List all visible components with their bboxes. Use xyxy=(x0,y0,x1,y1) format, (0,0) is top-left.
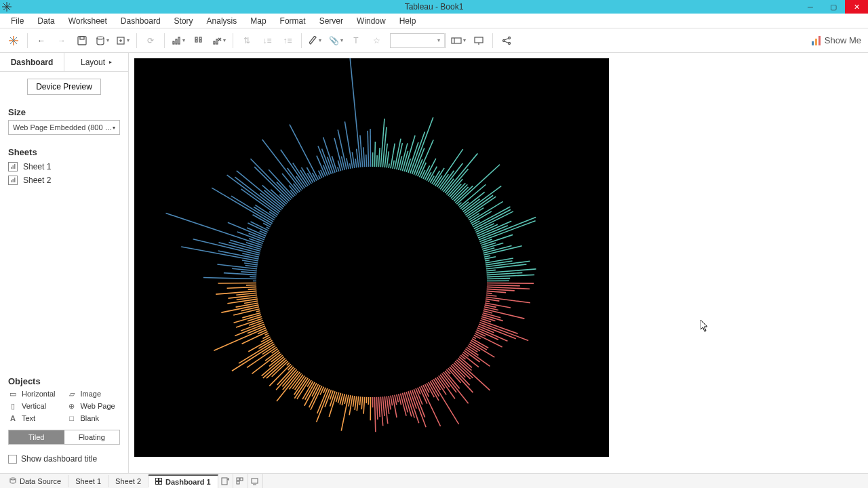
svg-line-222 xyxy=(487,287,530,289)
sort-asc-toolbar-icon[interactable]: ↑≡ xyxy=(278,31,297,50)
menu-analysis[interactable]: Analysis xyxy=(200,15,244,27)
size-heading: Size xyxy=(0,102,128,120)
menu-dashboard[interactable]: Dashboard xyxy=(114,15,167,27)
tiled-button[interactable]: Tiled xyxy=(9,430,64,444)
swap-icon[interactable] xyxy=(169,31,188,50)
size-select[interactable]: Web Page Embedded (800 …▾ xyxy=(8,120,120,135)
svg-line-365 xyxy=(467,197,496,217)
floating-button[interactable]: Floating xyxy=(64,430,120,444)
svg-line-311 xyxy=(374,142,375,167)
close-button[interactable]: ✕ xyxy=(845,0,868,14)
datasource-icon xyxy=(9,477,17,485)
svg-line-205 xyxy=(256,311,260,312)
svg-rect-403 xyxy=(156,482,159,485)
worksheet-icon xyxy=(8,162,18,171)
svg-line-103 xyxy=(319,176,321,179)
presentation-icon[interactable] xyxy=(469,31,488,50)
svg-line-128 xyxy=(368,131,368,167)
new-data-source-icon[interactable] xyxy=(93,31,112,50)
label-icon[interactable]: T xyxy=(347,31,366,50)
svg-line-71 xyxy=(231,196,273,222)
svg-line-372 xyxy=(474,209,511,228)
layout-mode-toggle: Tiled Floating xyxy=(8,430,120,445)
undo-icon[interactable]: ← xyxy=(32,31,51,50)
sheet-item-2[interactable]: Sheet 2 xyxy=(8,174,120,187)
menu-story[interactable]: Story xyxy=(167,15,200,27)
svg-line-301 xyxy=(389,396,391,409)
clear-icon[interactable] xyxy=(210,31,229,50)
svg-line-291 xyxy=(408,391,419,423)
svg-line-134 xyxy=(361,396,362,409)
save-icon[interactable] xyxy=(73,31,92,50)
new-worksheet-button[interactable] xyxy=(218,474,233,488)
svg-line-44 xyxy=(241,272,256,273)
svg-point-400 xyxy=(10,478,16,480)
svg-line-133 xyxy=(363,397,365,414)
vertical-icon: ▯ xyxy=(8,401,18,411)
menu-worksheet[interactable]: Worksheet xyxy=(62,15,114,27)
menu-map[interactable]: Map xyxy=(243,15,273,27)
svg-line-308 xyxy=(374,397,375,432)
device-preview-button[interactable]: Device Preview xyxy=(27,79,101,95)
maximize-button[interactable]: ▢ xyxy=(822,0,845,14)
svg-line-120 xyxy=(344,121,353,168)
svg-line-153 xyxy=(323,388,326,393)
svg-rect-20 xyxy=(199,40,201,42)
show-me-button[interactable]: Show Me xyxy=(812,35,861,45)
show-title-checkbox-row[interactable]: Show dashboard title xyxy=(8,451,120,466)
new-worksheet-icon[interactable] xyxy=(113,31,132,50)
minimize-button[interactable]: ─ xyxy=(799,0,822,14)
svg-rect-14 xyxy=(173,41,174,44)
svg-rect-8 xyxy=(78,37,86,45)
menu-help[interactable]: Help xyxy=(393,15,423,27)
sort-asc-icon[interactable] xyxy=(189,31,208,50)
menu-file[interactable]: File xyxy=(4,15,31,27)
object-image[interactable]: ▱Image xyxy=(67,389,121,399)
tab-dashboard1[interactable]: Dashboard 1 xyxy=(149,474,218,488)
object-text[interactable]: AText xyxy=(8,413,62,423)
menu-window[interactable]: Window xyxy=(350,15,393,27)
share-icon[interactable] xyxy=(497,31,516,50)
svg-line-228 xyxy=(486,299,499,301)
object-horizontal[interactable]: ▭Horizontal xyxy=(8,389,62,399)
svg-rect-22 xyxy=(216,39,218,44)
redo-icon[interactable]: → xyxy=(52,31,71,50)
new-story-button[interactable] xyxy=(248,474,263,488)
svg-line-126 xyxy=(363,147,365,167)
highlight-icon[interactable] xyxy=(306,31,325,50)
svg-line-48 xyxy=(244,263,258,265)
new-dashboard-button[interactable] xyxy=(233,474,248,488)
refresh-icon[interactable]: ⟳ xyxy=(141,31,160,50)
svg-line-135 xyxy=(359,396,360,405)
star-icon[interactable]: ☆ xyxy=(367,31,386,50)
tab-sheet2[interactable]: Sheet 2 xyxy=(108,475,149,487)
svg-line-297 xyxy=(397,394,399,402)
fit-icon[interactable] xyxy=(449,31,468,50)
menu-format[interactable]: Format xyxy=(273,15,313,27)
svg-line-363 xyxy=(465,186,502,213)
svg-rect-36 xyxy=(14,164,16,169)
group-icon[interactable]: ⇅ xyxy=(237,31,256,50)
tab-sheet1[interactable]: Sheet 1 xyxy=(68,475,108,487)
objects-heading: Objects xyxy=(8,371,120,389)
tab-data-source[interactable]: Data Source xyxy=(3,475,68,487)
svg-line-67 xyxy=(267,227,269,228)
svg-line-319 xyxy=(391,144,395,169)
object-blank[interactable]: □Blank xyxy=(67,413,121,423)
horizontal-icon: ▭ xyxy=(8,389,18,399)
pin-icon[interactable]: 📎 xyxy=(326,31,345,50)
svg-rect-402 xyxy=(159,479,162,481)
menu-data[interactable]: Data xyxy=(31,15,61,27)
sort-desc-toolbar-icon[interactable]: ↓≡ xyxy=(258,31,277,50)
dashboard-canvas[interactable] xyxy=(134,58,609,457)
sheet-item-1[interactable]: Sheet 1 xyxy=(8,160,120,174)
tab-layout[interactable]: Layout▸ xyxy=(64,53,128,71)
object-vertical[interactable]: ▯Vertical xyxy=(8,401,62,411)
object-webpage[interactable]: ⊕Web Page xyxy=(67,401,121,411)
svg-line-137 xyxy=(355,396,357,410)
menu-server[interactable]: Server xyxy=(313,15,350,27)
svg-rect-405 xyxy=(222,478,227,485)
tableau-home-icon[interactable] xyxy=(4,31,23,50)
tab-dashboard[interactable]: Dashboard xyxy=(0,53,64,71)
tableau-logo-icon xyxy=(1,1,12,12)
